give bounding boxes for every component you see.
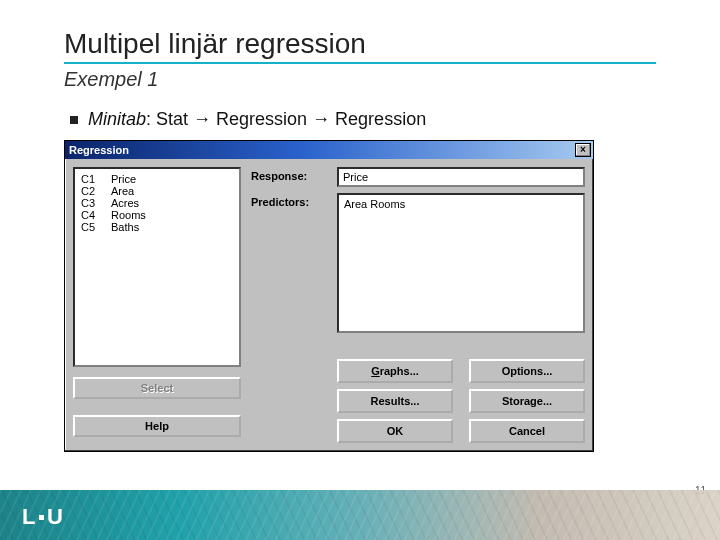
bullet-item: Minitab: Stat → Regression → Regression [70, 109, 656, 130]
slide-title: Multipel linjär regression [64, 28, 656, 64]
options-button[interactable]: Options... [469, 359, 585, 383]
help-button[interactable]: Help [73, 415, 241, 437]
dialog-titlebar[interactable]: Regression × [65, 141, 593, 159]
bullet-icon [70, 116, 78, 124]
predictors-input[interactable]: Area Rooms [337, 193, 585, 333]
dialog-title: Regression [69, 144, 129, 156]
close-icon: × [580, 145, 586, 155]
regression-dialog: Regression × C1Price C2Area C3Acres C4Ro… [64, 140, 594, 452]
close-button[interactable]: × [575, 143, 591, 157]
list-item[interactable]: C3Acres [81, 197, 233, 209]
response-label: Response: [251, 167, 321, 182]
list-item[interactable]: C4Rooms [81, 209, 233, 221]
liu-logo: LU [22, 504, 63, 530]
slide-subtitle: Exempel 1 [64, 68, 656, 91]
bullet-text: Minitab: Stat → Regression → Regression [88, 109, 426, 130]
response-input[interactable]: Price [337, 167, 585, 187]
select-button[interactable]: Select [73, 377, 241, 399]
storage-button[interactable]: Storage... [469, 389, 585, 413]
graphs-button[interactable]: Graphs... [337, 359, 453, 383]
ok-button[interactable]: OK [337, 419, 453, 443]
list-item[interactable]: C1Price [81, 173, 233, 185]
cancel-button[interactable]: Cancel [469, 419, 585, 443]
predictors-label: Predictors: [251, 193, 321, 208]
list-item[interactable]: C2Area [81, 185, 233, 197]
results-button[interactable]: Results... [337, 389, 453, 413]
dot-icon [39, 515, 44, 520]
list-item[interactable]: C5Baths [81, 221, 233, 233]
footer-banner: LU [0, 490, 720, 540]
variable-list[interactable]: C1Price C2Area C3Acres C4Rooms C5Baths [73, 167, 241, 367]
